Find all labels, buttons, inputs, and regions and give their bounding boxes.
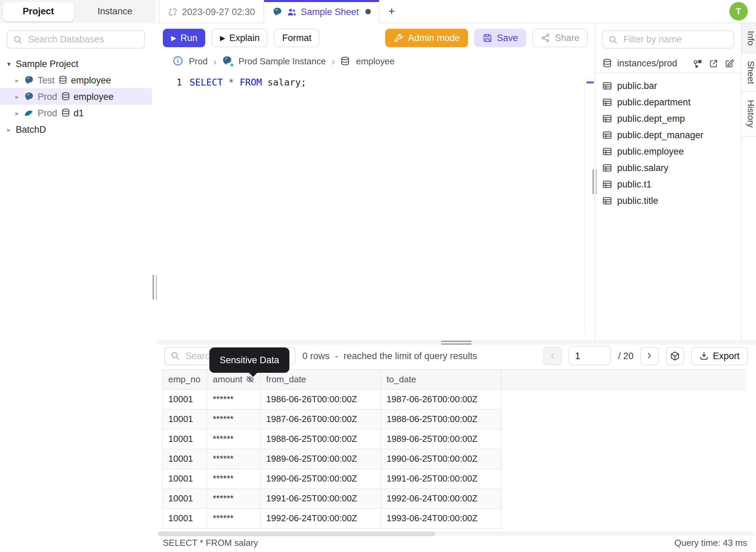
tab-history[interactable]: History <box>742 92 756 137</box>
tab-project[interactable]: Project <box>3 2 74 21</box>
table-name: public.dept_emp <box>617 113 685 123</box>
table-row[interactable]: 10001******1990-06-25T00:00:00Z1991-06-2… <box>162 469 502 489</box>
explain-label: Explain <box>229 32 260 43</box>
cell-emp-no: 10001 <box>163 429 207 448</box>
sheet-tab-active[interactable]: Sample Sheet <box>264 0 380 23</box>
postgres-icon <box>24 91 34 102</box>
tab-info[interactable]: Info <box>742 23 756 53</box>
sheet-tab-unsaved[interactable]: 2023-09-27 02:30 <box>159 0 264 23</box>
tree-item-batchd[interactable]: ▸ BatchD <box>0 121 152 137</box>
caret-right-icon[interactable]: ▸ <box>14 76 21 84</box>
tree-item-test-employee[interactable]: ▸ Test employee <box>0 72 152 88</box>
run-button[interactable]: ▶ Run <box>163 28 206 47</box>
tree-item-project[interactable]: ▾ Sample Project <box>0 55 152 72</box>
format-button[interactable]: Format <box>274 28 320 47</box>
table-row[interactable]: 10001******1987-06-26T00:00:00Z1988-06-2… <box>162 409 502 429</box>
database-icon <box>61 92 70 101</box>
table-row[interactable]: 10001******1992-06-24T00:00:00Z1993-06-2… <box>162 509 502 528</box>
table-filter-input[interactable] <box>622 34 728 45</box>
external-link-icon[interactable] <box>709 58 718 68</box>
resize-handle-icon[interactable] <box>441 341 471 344</box>
table-list-item[interactable]: public.t1 <box>595 176 741 192</box>
column-header-emp-no[interactable]: emp_no <box>163 370 207 389</box>
table-list-item[interactable]: public.bar <box>595 77 741 94</box>
table-list-item[interactable]: public.dept_manager <box>595 127 741 143</box>
caret-right-icon[interactable]: ▸ <box>14 93 21 100</box>
sql-editor[interactable]: 1 SELECT * FROM salary; <box>156 70 595 340</box>
table-row[interactable]: 10001******1991-06-25T00:00:00Z1992-06-2… <box>162 489 502 509</box>
schema-diagram-icon[interactable] <box>693 58 703 68</box>
info-icon[interactable] <box>172 55 183 66</box>
tree-item-prod-employee-selected[interactable]: ▸ Prod employee <box>0 88 152 105</box>
scroll-position-mark <box>586 81 594 83</box>
export-button[interactable]: Export <box>691 347 748 365</box>
editor-tab-strip: 2023-09-27 02:30 Sample Sheet + <box>156 0 756 23</box>
database-label: employee <box>71 75 111 85</box>
connection-breadcrumb: Prod › Prod Sample Instance › employee <box>156 52 595 70</box>
sensitive-data-tooltip: Sensitive Data <box>209 347 289 373</box>
cell-from-date: 1988-06-25T00:00:00Z <box>261 429 381 448</box>
table-icon <box>602 162 612 173</box>
breadcrumb-instance[interactable]: Prod Sample Instance <box>238 56 326 66</box>
cell-amount-masked: ****** <box>207 390 261 409</box>
tree-item-prod-d1[interactable]: ▸ Prod d1 <box>0 105 152 121</box>
dash: - <box>335 351 338 361</box>
visualize-button[interactable] <box>666 347 684 365</box>
instance-header: instances/prod <box>595 54 741 73</box>
caret-right-icon[interactable]: ▸ <box>14 109 21 117</box>
table-row[interactable]: 10001******1988-06-25T00:00:00Z1989-06-2… <box>162 429 502 449</box>
table-row[interactable]: 10001******1986-06-26T00:00:00Z1987-06-2… <box>162 390 502 409</box>
pagination: / 20 Export <box>544 346 748 366</box>
sidebar-resize-divider[interactable] <box>152 23 156 551</box>
explain-button[interactable]: ▶ Explain <box>212 28 268 47</box>
results-horizontal-scrollbar[interactable] <box>157 531 755 535</box>
editor-scrollbar[interactable] <box>584 78 595 334</box>
table-list-item[interactable]: public.salary <box>595 159 741 176</box>
database-search[interactable] <box>7 30 145 49</box>
column-header-to-date[interactable]: to_date <box>381 370 501 389</box>
format-label: Format <box>282 32 312 43</box>
chevron-right-icon: › <box>213 55 217 67</box>
prev-page-button[interactable] <box>544 347 562 365</box>
table-list-item[interactable]: public.title <box>595 192 741 209</box>
next-page-button[interactable] <box>640 347 659 365</box>
cell-to-date: 1991-06-25T00:00:00Z <box>381 469 501 488</box>
download-icon <box>699 351 709 361</box>
caret-right-icon[interactable]: ▸ <box>5 126 12 133</box>
page-number-input[interactable] <box>569 346 611 366</box>
cell-from-date: 1989-06-25T00:00:00Z <box>261 449 381 468</box>
edit-icon[interactable] <box>725 58 734 68</box>
table-filter[interactable] <box>602 30 734 49</box>
table-list-item[interactable]: public.dept_emp <box>595 110 741 127</box>
breadcrumb-environment[interactable]: Prod <box>189 56 208 66</box>
export-label: Export <box>713 351 740 361</box>
share-button[interactable]: Share <box>532 28 588 47</box>
top-bar: Project Instance 2023-09-27 02:30 Sample… <box>0 0 756 23</box>
breadcrumb-database[interactable]: employee <box>356 56 395 66</box>
save-button[interactable]: Save <box>474 28 526 47</box>
postgres-icon <box>272 6 282 17</box>
cube-icon <box>670 351 680 361</box>
tab-instance[interactable]: Instance <box>74 2 156 21</box>
cell-from-date: 1987-06-26T00:00:00Z <box>261 409 381 429</box>
scrollbar-thumb[interactable] <box>158 531 435 536</box>
caret-down-icon[interactable]: ▾ <box>5 60 12 67</box>
right-panel-resize-handle[interactable] <box>592 169 597 194</box>
table-list-item[interactable]: public.department <box>595 94 741 110</box>
environment-label: Test <box>38 75 55 85</box>
table-icon <box>602 195 612 206</box>
database-search-input[interactable] <box>27 34 139 45</box>
avatar[interactable]: T <box>729 2 748 21</box>
sidebar-mode-switch: Project Instance <box>0 0 156 23</box>
table-list-item[interactable]: public.employee <box>595 143 741 159</box>
table-row[interactable]: 10001******1989-06-25T00:00:00Z1990-06-2… <box>162 449 502 469</box>
row-count-text: 0 rows - reached the limit of query resu… <box>302 351 477 361</box>
cell-to-date: 1992-06-24T00:00:00Z <box>381 489 501 508</box>
query-time: Query time: 43 ms <box>675 538 747 548</box>
tab-sheet[interactable]: Sheet <box>742 53 756 92</box>
admin-mode-button[interactable]: Admin mode <box>386 28 468 47</box>
table-name: public.bar <box>617 80 657 91</box>
results-resize-divider[interactable] <box>156 340 756 345</box>
database-label: employee <box>74 91 114 102</box>
new-tab-button[interactable]: + <box>380 0 403 23</box>
